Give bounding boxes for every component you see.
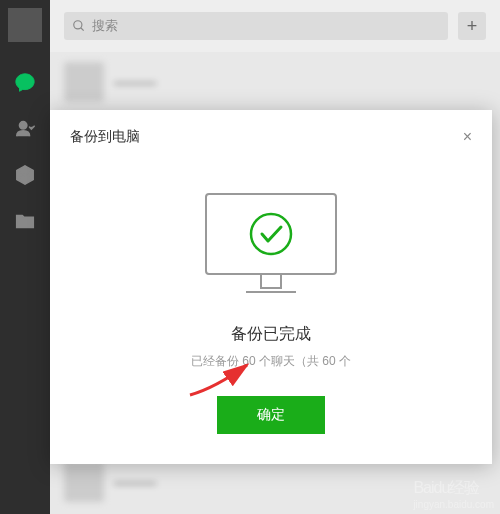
chat-avatar (64, 462, 104, 502)
nav-cube-icon[interactable] (10, 160, 40, 190)
nav-contacts-icon[interactable] (10, 114, 40, 144)
search-placeholder: 搜索 (92, 17, 118, 35)
nav-chat-icon[interactable] (10, 68, 40, 98)
svg-rect-3 (261, 274, 281, 288)
monitor-illustration (191, 184, 351, 304)
svg-rect-2 (206, 194, 336, 274)
add-button[interactable]: + (458, 12, 486, 40)
complete-title: 备份已完成 (231, 324, 311, 345)
backup-modal: 备份到电脑 × 备份已完成 已经备份 60 个聊天（共 60 个 确定 (50, 110, 492, 464)
search-input[interactable]: 搜索 (64, 12, 448, 40)
list-item[interactable]: ——— (50, 52, 500, 112)
svg-point-5 (251, 214, 291, 254)
complete-subtitle: 已经备份 60 个聊天（共 60 个 (191, 353, 351, 370)
search-icon (72, 19, 86, 33)
chat-info: ——— (114, 74, 486, 90)
chat-avatar (64, 62, 104, 102)
chat-info: ——— (114, 474, 486, 490)
search-bar: 搜索 + (50, 0, 500, 52)
left-sidebar (0, 0, 50, 514)
confirm-button[interactable]: 确定 (217, 396, 325, 434)
svg-point-0 (20, 122, 27, 129)
nav-folder-icon[interactable] (10, 206, 40, 236)
modal-header: 备份到电脑 × (50, 110, 492, 154)
close-button[interactable]: × (463, 128, 472, 146)
modal-body: 备份已完成 已经备份 60 个聊天（共 60 个 确定 (50, 154, 492, 458)
modal-title: 备份到电脑 (70, 128, 140, 146)
user-avatar[interactable] (8, 8, 42, 42)
svg-point-1 (74, 21, 82, 29)
